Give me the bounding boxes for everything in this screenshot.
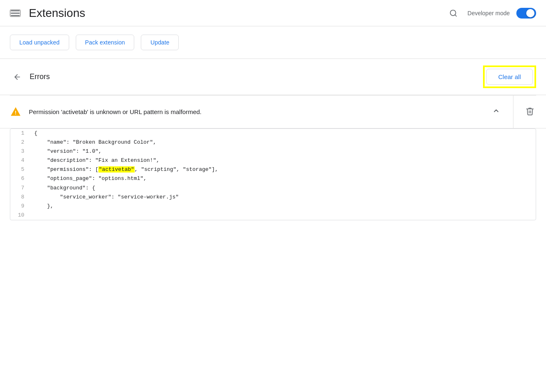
line-code: "service_worker": "service-worker.js"	[31, 193, 536, 202]
search-button[interactable]	[446, 6, 461, 21]
back-arrow-icon	[13, 73, 21, 81]
line-number: 3	[10, 147, 31, 156]
code-line: 4 "description": "Fix an Extension!",	[10, 156, 536, 165]
line-code: },	[31, 202, 536, 211]
line-number: 2	[10, 138, 31, 147]
update-button[interactable]: Update	[141, 35, 179, 50]
back-button[interactable]	[10, 70, 25, 84]
clear-all-button[interactable]: Clear all	[486, 69, 533, 85]
code-container: 1{2 "name": "Broken Background Color",3 …	[10, 128, 536, 220]
line-code: "name": "Broken Background Color",	[31, 138, 536, 147]
code-body: 1{2 "name": "Broken Background Color",3 …	[10, 129, 536, 220]
line-code	[31, 211, 536, 220]
error-message-text: Permission 'activetab' is unknown or URL…	[29, 107, 483, 117]
svg-line-1	[455, 14, 457, 16]
line-code: "permissions": ["activetab", "scripting"…	[31, 165, 536, 174]
menu-button[interactable]	[10, 9, 21, 17]
line-number: 8	[10, 193, 31, 202]
search-icon	[449, 9, 457, 17]
errors-title: Errors	[30, 72, 483, 81]
line-number: 5	[10, 165, 31, 174]
developer-mode-label: Developer mode	[467, 10, 510, 16]
trash-icon	[525, 107, 534, 116]
header-right: Developer mode	[446, 6, 536, 21]
chevron-up-icon	[492, 107, 500, 114]
page-title: Extensions	[29, 7, 446, 20]
toggle-slider	[516, 8, 536, 19]
delete-error-button[interactable]	[522, 103, 538, 120]
code-line: 8 "service_worker": "service-worker.js"	[10, 193, 536, 202]
pack-extension-button[interactable]: Pack extension	[76, 35, 135, 50]
line-code: {	[31, 129, 536, 138]
line-code: "options_page": "options.html",	[31, 174, 536, 183]
line-code: "background": {	[31, 184, 536, 193]
line-number: 10	[10, 211, 31, 220]
code-line: 10	[10, 211, 536, 220]
error-row-main: ! Permission 'activetab' is unknown or U…	[0, 96, 513, 128]
highlighted-text: "activetab"	[98, 166, 135, 173]
line-number: 4	[10, 156, 31, 165]
line-number: 7	[10, 184, 31, 193]
collapse-button[interactable]	[489, 104, 503, 120]
code-line: 3 "version": "1.0",	[10, 147, 536, 156]
code-table: 1{2 "name": "Broken Background Color",3 …	[10, 129, 536, 220]
line-code: "version": "1.0",	[31, 147, 536, 156]
page-header: Extensions Developer mode	[0, 0, 546, 26]
warning-icon: !	[10, 106, 21, 118]
code-line: 5 "permissions": ["activetab", "scriptin…	[10, 165, 536, 174]
line-number: 6	[10, 174, 31, 183]
code-line: 6 "options_page": "options.html",	[10, 174, 536, 183]
code-line: 1{	[10, 129, 536, 138]
code-line: 9 },	[10, 202, 536, 211]
line-number: 9	[10, 202, 31, 211]
error-row-delete-panel	[513, 96, 546, 128]
load-unpacked-button[interactable]: Load unpacked	[10, 35, 69, 50]
errors-header: Errors Clear all	[0, 59, 546, 95]
code-line: 7 "background": {	[10, 184, 536, 193]
svg-text:!: !	[15, 110, 16, 116]
error-row: ! Permission 'activetab' is unknown or U…	[0, 96, 546, 128]
toolbar: Load unpacked Pack extension Update	[0, 26, 546, 59]
developer-mode-toggle[interactable]	[516, 8, 536, 19]
line-number: 1	[10, 129, 31, 138]
clear-all-wrapper: Clear all	[483, 65, 536, 88]
code-line: 2 "name": "Broken Background Color",	[10, 138, 536, 147]
line-code: "description": "Fix an Extension!",	[31, 156, 536, 165]
